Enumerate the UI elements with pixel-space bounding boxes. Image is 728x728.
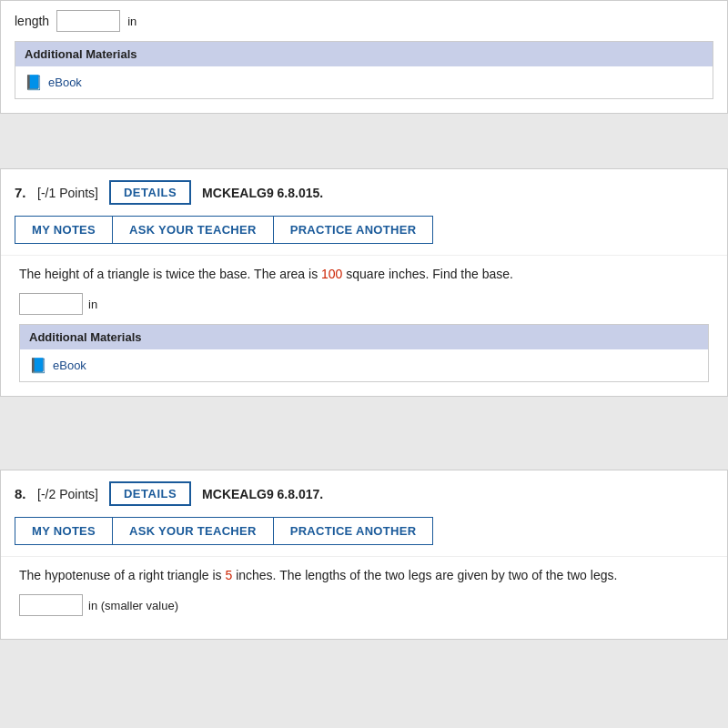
- question-7-header: 7. [-/1 Points] DETAILS MCKEALG9 6.8.015…: [1, 169, 727, 216]
- partial-unit: in: [127, 15, 136, 28]
- question-8-action-buttons: MY NOTES ASK YOUR TEACHER PRACTICE ANOTH…: [1, 517, 727, 556]
- partial-section: length in Additional Materials 📘 eBook: [0, 0, 728, 114]
- question-7-body: The height of a triangle is twice the ba…: [1, 255, 727, 396]
- question-7-answer-input[interactable]: [19, 293, 83, 315]
- question-8-unit: in (smaller value): [88, 599, 178, 612]
- question-8-my-notes-button[interactable]: MY NOTES: [15, 517, 112, 545]
- question-7-practice-another-button[interactable]: PRACTICE ANOTHER: [273, 216, 434, 244]
- question-7-additional-materials-header: Additional Materials: [20, 325, 708, 349]
- partial-input[interactable]: [56, 10, 120, 32]
- additional-materials-box: Additional Materials 📘 eBook: [15, 41, 713, 99]
- question-7-ebook-label: eBook: [53, 359, 86, 372]
- ebook-label: eBook: [48, 76, 82, 89]
- question-8-details-button[interactable]: DETAILS: [109, 481, 191, 506]
- question-8-section: 8. [-/2 Points] DETAILS MCKEALG9 6.8.017…: [0, 470, 728, 640]
- question-7-section: 7. [-/1 Points] DETAILS MCKEALG9 6.8.015…: [0, 168, 728, 397]
- question-8-answer-row: in (smaller value): [19, 594, 709, 616]
- question-7-book-icon: 📘: [29, 357, 47, 374]
- additional-materials-header: Additional Materials: [15, 42, 713, 66]
- additional-materials-body: 📘 eBook: [15, 66, 713, 98]
- partial-answer-row: length in: [15, 10, 713, 32]
- question-8-practice-another-button[interactable]: PRACTICE ANOTHER: [273, 517, 434, 545]
- page-wrapper: length in Additional Materials 📘 eBook 7…: [0, 0, 728, 640]
- question-8-code: MCKEALG9 6.8.017.: [202, 487, 323, 501]
- question-7-my-notes-button[interactable]: MY NOTES: [15, 216, 112, 244]
- partial-label: length: [15, 14, 49, 28]
- ebook-link[interactable]: 📘 eBook: [25, 74, 703, 91]
- question-7-unit: in: [88, 298, 97, 311]
- question-8-ask-teacher-button[interactable]: ASK YOUR TEACHER: [112, 517, 273, 545]
- question-7-ebook-link[interactable]: 📘 eBook: [29, 357, 699, 374]
- question-8-text: The hypotenuse of a right triangle is 5 …: [19, 566, 709, 585]
- question-7-additional-materials: Additional Materials 📘 eBook: [19, 324, 709, 382]
- question-8-header: 8. [-/2 Points] DETAILS MCKEALG9 6.8.017…: [1, 470, 727, 517]
- question-7-ask-teacher-button[interactable]: ASK YOUR TEACHER: [112, 216, 273, 244]
- question-8-answer-input[interactable]: [19, 594, 83, 616]
- question-7-text: The height of a triangle is twice the ba…: [19, 265, 709, 284]
- question-7-answer-row: in: [19, 293, 709, 315]
- question-7-additional-materials-body: 📘 eBook: [20, 349, 708, 381]
- question-8-body: The hypotenuse of a right triangle is 5 …: [1, 556, 727, 639]
- question-7-code: MCKEALG9 6.8.015.: [202, 186, 323, 200]
- question-7-number: 7. [-/1 Points]: [15, 185, 98, 200]
- question-7-action-buttons: MY NOTES ASK YOUR TEACHER PRACTICE ANOTH…: [1, 216, 727, 255]
- question-7-details-button[interactable]: DETAILS: [109, 180, 191, 205]
- question-8-number: 8. [-/2 Points]: [15, 486, 98, 501]
- book-icon: 📘: [25, 74, 43, 91]
